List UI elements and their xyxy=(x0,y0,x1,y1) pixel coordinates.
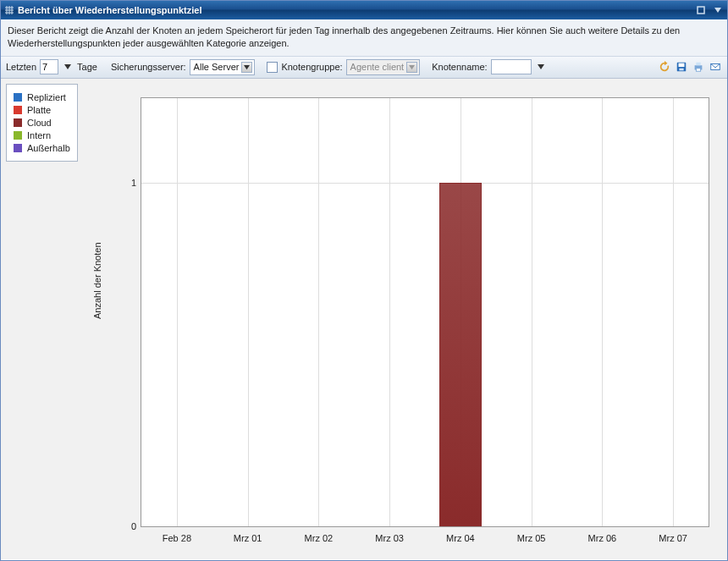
chart-plot[interactable]: 0 1 Feb 28 Mrz 01 Mrz 02 Mrz 03 Mrz 04 M… xyxy=(141,97,709,527)
y-axis-label: Anzahl der Knoten xyxy=(92,242,102,319)
x-tick: Mrz 03 xyxy=(375,533,404,543)
legend-swatch xyxy=(14,131,22,140)
window-titlebar: Bericht über Wiederherstellungspunktziel xyxy=(1,1,727,19)
x-tick: Mrz 02 xyxy=(305,533,334,543)
y-tick: 0 xyxy=(131,521,136,531)
refresh-icon[interactable] xyxy=(658,60,671,74)
x-tick: Mrz 05 xyxy=(517,533,546,543)
gridline xyxy=(602,98,603,526)
gridline xyxy=(532,98,532,526)
chart-bar[interactable] xyxy=(439,183,482,526)
chevron-down-icon[interactable] xyxy=(712,4,724,16)
print-icon[interactable] xyxy=(692,60,705,74)
save-icon[interactable] xyxy=(675,60,688,74)
maximize-icon[interactable] xyxy=(695,4,707,16)
nodegroup-value: Agente client xyxy=(350,62,405,72)
svg-marker-8 xyxy=(64,64,71,69)
backup-server-combo[interactable]: Alle Server xyxy=(190,59,256,75)
svg-marker-9 xyxy=(244,65,250,69)
gridline xyxy=(389,98,390,526)
backup-server-value: Alle Server xyxy=(194,62,240,72)
x-tick: Mrz 07 xyxy=(659,533,687,543)
svg-rect-16 xyxy=(696,63,700,66)
svg-rect-6 xyxy=(698,7,704,14)
y-tick: 1 xyxy=(131,178,136,188)
legend-label: Intern xyxy=(27,130,51,140)
backup-server-label: Sicherungsserver: xyxy=(111,62,186,72)
report-grid-icon xyxy=(4,5,14,15)
legend-label: Cloud xyxy=(27,118,52,128)
x-tick: Mrz 01 xyxy=(234,533,262,543)
chart-container: Repliziert Platte Cloud Intern Außerhalb… xyxy=(1,79,727,559)
email-icon[interactable] xyxy=(709,60,722,74)
legend-swatch xyxy=(14,144,22,152)
x-tick: Mrz 06 xyxy=(588,533,617,543)
nodename-label: Knotenname: xyxy=(432,62,487,72)
last-days-input[interactable] xyxy=(40,59,58,74)
chart-legend: Repliziert Platte Cloud Intern Außerhalb xyxy=(6,84,78,162)
legend-item[interactable]: Platte xyxy=(14,105,70,115)
nodename-input[interactable] xyxy=(491,59,532,74)
svg-marker-11 xyxy=(538,64,544,69)
legend-label: Repliziert xyxy=(27,92,66,102)
nodegroup-label: Knotengruppe: xyxy=(281,62,342,72)
legend-swatch xyxy=(14,106,22,114)
svg-marker-10 xyxy=(409,65,415,69)
nodegroup-combo: Agente client xyxy=(346,59,421,75)
legend-label: Außerhalb xyxy=(27,143,70,153)
gridline xyxy=(318,98,319,526)
report-description: Dieser Bericht zeigt die Anzahl der Knot… xyxy=(1,19,727,57)
legend-item[interactable]: Repliziert xyxy=(14,92,70,102)
svg-rect-14 xyxy=(679,69,683,71)
svg-rect-13 xyxy=(679,63,685,67)
nodegroup-checkbox[interactable] xyxy=(267,62,278,73)
svg-marker-7 xyxy=(714,8,721,13)
gridline xyxy=(248,98,249,526)
gridline xyxy=(177,98,178,526)
gridline xyxy=(141,183,709,184)
last-label-prefix: Letzten xyxy=(6,62,36,72)
filter-toolbar: Letzten Tage Sicherungsserver: Alle Serv… xyxy=(1,57,727,79)
last-label-suffix: Tage xyxy=(77,62,97,72)
nodename-dropdown-icon[interactable] xyxy=(535,60,547,74)
gridline xyxy=(673,98,674,526)
chevron-down-icon xyxy=(241,62,252,73)
legend-item[interactable]: Intern xyxy=(14,130,70,140)
x-tick: Feb 28 xyxy=(163,533,191,543)
x-tick: Mrz 04 xyxy=(446,533,475,543)
legend-swatch xyxy=(14,118,22,127)
svg-rect-17 xyxy=(696,69,700,72)
legend-label: Platte xyxy=(27,105,51,115)
chevron-down-icon xyxy=(406,62,417,73)
window-title: Bericht über Wiederherstellungspunktziel xyxy=(18,5,695,15)
legend-swatch xyxy=(14,93,22,102)
last-days-dropdown-icon[interactable] xyxy=(62,60,74,74)
legend-item[interactable]: Außerhalb xyxy=(14,143,70,153)
legend-item[interactable]: Cloud xyxy=(14,118,70,128)
